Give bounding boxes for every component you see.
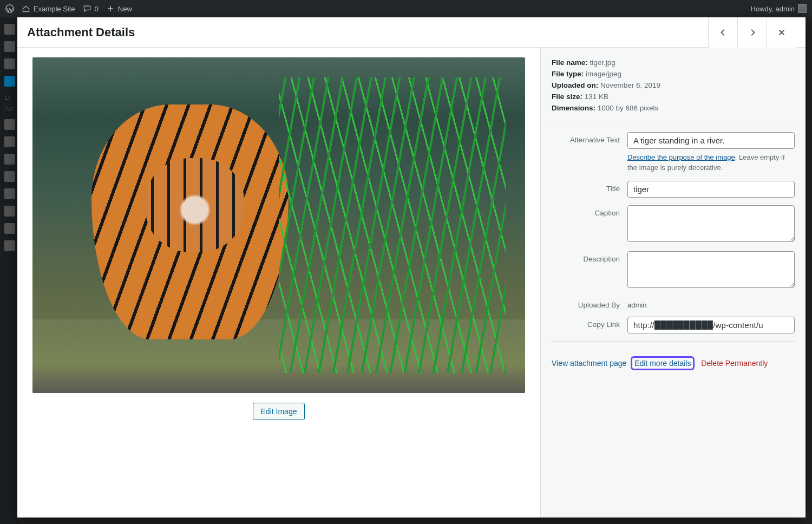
meta-filesize-label: File size:: [552, 93, 582, 101]
caption-label: Caption: [552, 205, 627, 217]
image-placeholder-grass: [279, 77, 506, 373]
close-icon: [777, 28, 787, 37]
meta-dimensions-value: 1000 by 686 pixels: [598, 104, 659, 112]
copylink-input[interactable]: [627, 317, 795, 333]
sidebar-stub[interactable]: [4, 154, 15, 165]
site-name: Example Site: [34, 5, 75, 13]
meta-filename-label: File name:: [552, 58, 588, 67]
sidebar-stub[interactable]: [4, 240, 15, 251]
sidebar-label-library[interactable]: Li: [0, 93, 19, 101]
comment-icon: [83, 4, 91, 13]
caption-textarea[interactable]: [627, 205, 795, 242]
sidebar-label-addnew[interactable]: Ad: [0, 104, 19, 113]
attachment-meta: File name: tiger.jpg File type: image/jp…: [552, 57, 795, 114]
meta-dimensions-label: Dimensions:: [552, 104, 595, 112]
attachment-details-modal: Attachment Details Edit Image File name:: [17, 17, 806, 518]
admin-bar: Example Site 0 New Howdy, admin: [0, 0, 812, 17]
attachment-details-pane: File name: tiger.jpg File type: image/jp…: [540, 48, 806, 518]
close-modal-button[interactable]: [767, 17, 796, 48]
title-input[interactable]: [627, 181, 795, 198]
title-label: Title: [552, 181, 627, 193]
sidebar-stub[interactable]: [4, 136, 15, 147]
wp-logo[interactable]: [5, 4, 14, 13]
sidebar-stub[interactable]: [4, 119, 15, 130]
edit-image-button[interactable]: Edit Image: [253, 403, 305, 420]
modal-title: Attachment Details: [27, 25, 708, 40]
next-attachment-button[interactable]: [737, 17, 767, 48]
alt-text-help-link[interactable]: Describe the purpose of the image: [627, 153, 735, 161]
admin-sidebar: Li Ad: [0, 17, 19, 524]
meta-uploaded-value: November 6, 2019: [600, 81, 660, 89]
sidebar-stub[interactable]: [4, 188, 15, 199]
alt-text-input[interactable]: [627, 132, 795, 149]
new-label: New: [118, 5, 132, 13]
meta-uploaded-label: Uploaded on:: [552, 81, 598, 89]
comments-count: 0: [95, 5, 99, 13]
uploadedby-label: Uploaded By: [552, 297, 627, 309]
sidebar-stub[interactable]: [4, 41, 15, 52]
alt-text-help: Describe the purpose of the image. Leave…: [627, 152, 795, 173]
sidebar-stub-media[interactable]: [4, 76, 15, 87]
wordpress-icon: [5, 4, 14, 13]
sidebar-stub[interactable]: [4, 24, 15, 35]
attachment-actions: View attachment page Edit more details D…: [552, 351, 795, 368]
delete-permanently-link[interactable]: Delete Permanently: [701, 359, 768, 368]
sidebar-stub[interactable]: [4, 223, 15, 234]
separator: [552, 341, 795, 342]
description-textarea[interactable]: [627, 251, 795, 288]
howdy-text: Howdy, admin: [751, 5, 795, 13]
meta-filetype-value: image/jpeg: [586, 70, 621, 78]
account-link[interactable]: Howdy, admin: [751, 4, 807, 13]
chevron-right-icon: [748, 28, 757, 37]
comments-link[interactable]: 0: [83, 4, 99, 13]
plus-icon: [106, 4, 115, 13]
description-label: Description: [552, 251, 627, 263]
sidebar-stub[interactable]: [4, 58, 15, 69]
meta-filesize-value: 131 KB: [585, 93, 608, 101]
new-content-link[interactable]: New: [106, 4, 132, 13]
meta-filetype-label: File type:: [552, 70, 584, 78]
uploadedby-value: admin: [627, 297, 795, 309]
separator: [552, 122, 795, 122]
alt-text-label: Alternative Text: [552, 132, 627, 144]
media-preview-pane: Edit Image: [17, 48, 540, 518]
home-icon: [22, 4, 30, 13]
attachment-image: [32, 57, 525, 393]
sidebar-stub[interactable]: [4, 171, 15, 182]
meta-filename-value: tiger.jpg: [590, 58, 615, 67]
edit-more-details-link[interactable]: Edit more details: [631, 356, 695, 370]
image-placeholder-tiger-head: [146, 158, 244, 252]
chevron-left-icon: [718, 28, 728, 37]
site-link[interactable]: Example Site: [22, 4, 75, 13]
prev-attachment-button[interactable]: [708, 17, 737, 48]
sidebar-stub[interactable]: [4, 206, 15, 217]
avatar: [798, 4, 807, 13]
copylink-label: Copy Link: [552, 317, 627, 329]
modal-header: Attachment Details: [17, 17, 806, 48]
view-attachment-link[interactable]: View attachment page: [552, 359, 626, 368]
